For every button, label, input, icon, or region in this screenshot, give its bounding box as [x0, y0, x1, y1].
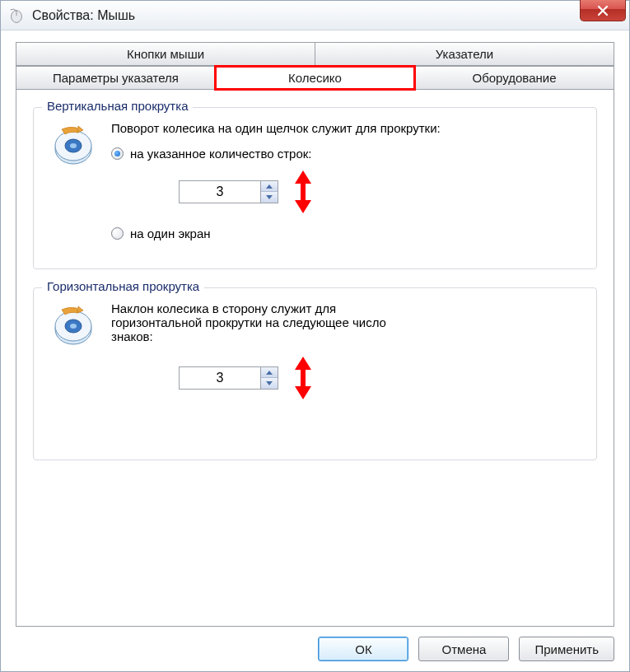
- vertical-scroll-group: Вертикальная прокрутка Поворот: [33, 107, 597, 269]
- svg-marker-8: [266, 195, 273, 199]
- wheel-vertical-icon: [50, 121, 96, 167]
- horizontal-desc: Наклон колесика в сторону служит для гор…: [111, 301, 424, 343]
- window-title: Свойства: Мышь: [32, 8, 135, 23]
- cancel-button[interactable]: Отмена: [418, 637, 509, 661]
- tab-pointers[interactable]: Указатели: [315, 42, 614, 66]
- svg-marker-17: [295, 357, 311, 399]
- tab-wheel[interactable]: Колесико: [215, 66, 415, 90]
- svg-marker-6: [77, 126, 83, 133]
- tab-panel-wheel: Вертикальная прокрутка Поворот: [16, 89, 614, 627]
- red-updown-arrows-icon: [293, 355, 313, 401]
- tab-buttons[interactable]: Кнопки мыши: [16, 42, 315, 66]
- tab-pointer-options[interactable]: Параметры указателя: [16, 66, 216, 90]
- radio-screen-indicator: [111, 227, 124, 240]
- horizontal-scroll-group: Горизонтальная прокрутка Накло: [33, 287, 597, 460]
- horizontal-legend: Горизонтальная прокрутка: [42, 279, 204, 293]
- red-updown-arrows-icon: [293, 169, 313, 215]
- radio-lines-label: на указанное количество строк:: [130, 147, 312, 161]
- tab-strip: Кнопки мыши Указатели Параметры указател…: [16, 42, 614, 90]
- svg-marker-7: [266, 184, 273, 189]
- vertical-desc: Поворот колесика на один щелчок служит д…: [111, 121, 580, 135]
- close-button[interactable]: [580, 0, 626, 21]
- horizontal-spin-down[interactable]: [261, 378, 278, 389]
- vertical-legend: Вертикальная прокрутка: [42, 99, 193, 113]
- horizontal-chars-spinner[interactable]: [179, 366, 278, 390]
- radio-screen-label: на один экран: [130, 226, 211, 240]
- horizontal-chars-input[interactable]: [180, 367, 260, 389]
- dialog-buttons: ОК Отмена Применить: [16, 627, 614, 661]
- client-area: Кнопки мыши Указатели Параметры указател…: [1, 30, 629, 671]
- vertical-spin-up[interactable]: [261, 181, 278, 192]
- ok-button[interactable]: ОК: [318, 637, 408, 661]
- wheel-horizontal-icon: [50, 301, 96, 348]
- svg-marker-16: [266, 381, 273, 385]
- mouse-properties-dialog: Свойства: Мышь Кнопки мыши Указатели Пар…: [0, 0, 630, 672]
- tab-hardware[interactable]: Оборудование: [414, 66, 614, 90]
- mouse-icon: [7, 8, 26, 23]
- radio-lines[interactable]: на указанное количество строк:: [111, 147, 580, 161]
- svg-point-13: [70, 324, 77, 329]
- svg-marker-14: [77, 306, 83, 313]
- svg-point-5: [70, 143, 77, 148]
- titlebar: Свойства: Мышь: [1, 1, 629, 30]
- vertical-lines-spinner[interactable]: [179, 180, 278, 203]
- svg-marker-9: [295, 170, 311, 213]
- svg-marker-15: [266, 371, 273, 375]
- vertical-spin-down[interactable]: [261, 192, 278, 203]
- vertical-lines-input[interactable]: [180, 181, 260, 203]
- apply-button[interactable]: Применить: [519, 637, 614, 661]
- horizontal-spin-up[interactable]: [261, 367, 278, 378]
- radio-screen[interactable]: на один экран: [111, 226, 580, 240]
- radio-lines-indicator: [111, 147, 124, 160]
